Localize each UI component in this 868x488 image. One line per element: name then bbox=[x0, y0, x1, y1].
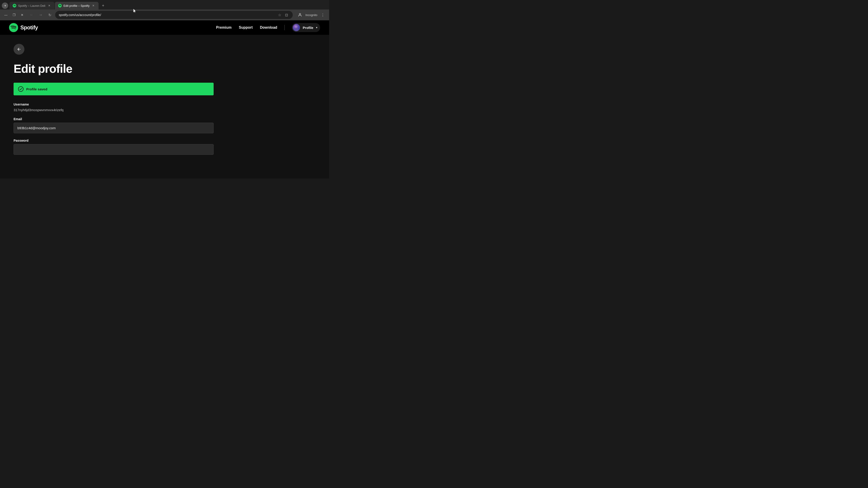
address-bar[interactable]: spotify.com/us/account/profile/ ☆ ⊡ bbox=[55, 11, 293, 19]
back-button[interactable] bbox=[13, 44, 24, 55]
spotify-logo[interactable]: Spotify bbox=[9, 23, 38, 32]
reload-button[interactable]: ↻ bbox=[46, 11, 53, 19]
new-tab-button[interactable]: + bbox=[100, 2, 106, 9]
username-section: Username 317nyh6jd3mospwvnmvvx4rizefq bbox=[13, 103, 214, 112]
restore-button[interactable]: ❐ bbox=[11, 12, 17, 18]
forward-nav-button[interactable]: → bbox=[37, 11, 44, 19]
tab-close-1[interactable]: ✕ bbox=[47, 4, 51, 8]
pip-icon[interactable]: ⊡ bbox=[284, 12, 289, 18]
spotify-favicon-1 bbox=[13, 4, 16, 7]
username-value: 317nyh6jd3mospwvnmvvx4rizefq bbox=[13, 108, 214, 112]
success-message: Profile saved bbox=[26, 87, 47, 91]
profile-name: Profile bbox=[302, 26, 314, 30]
svg-point-5 bbox=[295, 26, 298, 28]
address-text: spotify.com/us/account/profile/ bbox=[59, 13, 275, 17]
nav-links: Premium Support Download bbox=[216, 23, 320, 32]
email-label: Email bbox=[13, 117, 214, 121]
window-controls: — ❐ ✕ bbox=[3, 12, 25, 18]
incognito-label: Incognito bbox=[305, 13, 317, 17]
email-section: Email bbox=[13, 117, 214, 133]
minimize-button[interactable]: — bbox=[3, 12, 9, 18]
toolbar-icons: Incognito ⋮ bbox=[296, 11, 327, 19]
nav-premium[interactable]: Premium bbox=[216, 26, 231, 30]
browser-controls: — ❐ ✕ ← → ↻ spotify.com/us/account/profi… bbox=[0, 9, 329, 20]
success-check-icon bbox=[18, 86, 24, 92]
nav-download[interactable]: Download bbox=[260, 26, 277, 30]
password-input[interactable] bbox=[13, 144, 214, 155]
profile-button[interactable]: Profile ▾ bbox=[292, 23, 320, 32]
extensions-icon[interactable]: ⋮ bbox=[319, 11, 327, 19]
tab-title-2: Edit profile – Spotify bbox=[64, 4, 90, 7]
address-icons: ☆ ⊡ bbox=[277, 12, 289, 18]
spotify-logo-text: Spotify bbox=[20, 24, 38, 31]
incognito-icon[interactable] bbox=[296, 11, 304, 19]
email-input[interactable] bbox=[13, 123, 214, 133]
username-label: Username bbox=[13, 103, 214, 106]
nav-support[interactable]: Support bbox=[239, 26, 253, 30]
svg-point-0 bbox=[13, 4, 16, 7]
spotify-logo-icon bbox=[9, 23, 18, 32]
svg-point-1 bbox=[58, 4, 62, 7]
spotify-navbar: Spotify Premium Support Download bbox=[0, 20, 329, 35]
page-content: Edit profile Profile saved Username 317n… bbox=[0, 35, 271, 169]
nav-divider bbox=[284, 25, 285, 30]
svg-point-3 bbox=[9, 23, 18, 32]
back-nav-button[interactable]: ← bbox=[28, 11, 35, 19]
password-section: Password bbox=[13, 139, 214, 155]
profile-avatar bbox=[293, 24, 300, 31]
svg-point-2 bbox=[299, 13, 301, 15]
spotify-favicon-2 bbox=[58, 4, 62, 7]
tab-spotify-lauren[interactable]: Spotify – Lauren Deli ✕ bbox=[9, 2, 55, 9]
close-button[interactable]: ✕ bbox=[19, 12, 25, 18]
tab-group-indicator[interactable] bbox=[2, 2, 8, 9]
bookmark-icon[interactable]: ☆ bbox=[277, 12, 282, 18]
page-title: Edit profile bbox=[13, 62, 258, 75]
tab-edit-profile[interactable]: Edit profile – Spotify ✕ bbox=[55, 2, 99, 9]
tab-bar: Spotify – Lauren Deli ✕ Edit profile – S… bbox=[0, 0, 329, 9]
svg-point-6 bbox=[294, 29, 298, 31]
success-banner: Profile saved bbox=[13, 83, 214, 95]
browser-chrome: Spotify – Lauren Deli ✕ Edit profile – S… bbox=[0, 0, 329, 20]
spotify-page: Spotify Premium Support Download bbox=[0, 20, 329, 178]
tab-close-2[interactable]: ✕ bbox=[91, 4, 95, 8]
password-label: Password bbox=[13, 139, 214, 142]
tab-title-1: Spotify – Lauren Deli bbox=[18, 4, 45, 7]
profile-chevron-icon: ▾ bbox=[316, 26, 319, 29]
